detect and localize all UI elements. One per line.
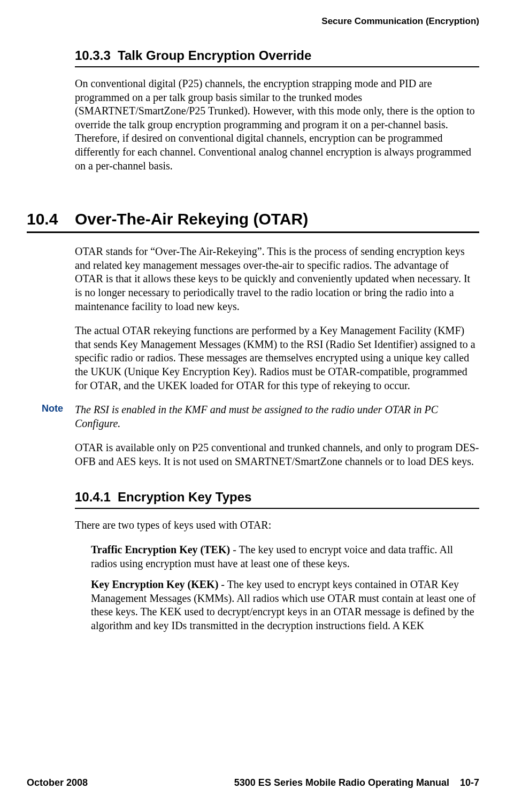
heading-title: Encryption Key Types <box>118 490 251 504</box>
footer-page-number: 10-7 <box>460 777 479 788</box>
paragraph: OTAR is available only on P25 convention… <box>75 441 479 468</box>
footer-right: 5300 ES Series Mobile Radio Operating Ma… <box>234 777 479 788</box>
definition-tek: Traffic Encryption Key (TEK) - The key u… <box>91 543 479 570</box>
heading-10-3-3: 10.3.3 Talk Group Encryption Override <box>75 48 479 63</box>
heading-title: Over-The-Air Rekeying (OTAR) <box>75 210 308 228</box>
page-footer: October 2008 5300 ES Series Mobile Radio… <box>27 777 479 788</box>
paragraph: On conventional digital (P25) channels, … <box>75 77 479 173</box>
footer-date: October 2008 <box>27 777 88 788</box>
footer-manual-title: 5300 ES Series Mobile Radio Operating Ma… <box>234 777 449 788</box>
heading-rule <box>75 66 479 67</box>
heading-10-4: 10.4 Over-The-Air Rekeying (OTAR) <box>27 210 479 228</box>
heading-10-4-1: 10.4.1 Encryption Key Types <box>75 490 479 505</box>
paragraph: OTAR stands for “Over-The Air-Rekeying”.… <box>75 245 479 313</box>
paragraph: The actual OTAR rekeying functions are p… <box>75 324 479 392</box>
section-10-4-body: OTAR stands for “Over-The Air-Rekeying”.… <box>75 245 479 468</box>
section-10-3-3: 10.3.3 Talk Group Encryption Override On… <box>75 48 479 173</box>
section-10-4-1: 10.4.1 Encryption Key Types There are tw… <box>75 490 479 632</box>
paragraph: There are two types of keys used with OT… <box>75 519 479 532</box>
term-label: Traffic Encryption Key (TEK) <box>91 544 230 555</box>
heading-number: 10.4 <box>27 210 75 228</box>
page: Secure Communication (Encryption) 10.3.3… <box>0 0 522 812</box>
definition-kek: Key Encryption Key (KEK) - The key used … <box>91 578 479 632</box>
term-label: Key Encryption Key (KEK) <box>91 578 218 590</box>
heading-rule <box>75 508 479 509</box>
note-text: The RSI is enabled in the KMF and must b… <box>75 403 479 430</box>
note-block: Note The RSI is enabled in the KMF and m… <box>75 403 479 430</box>
heading-number: 10.4.1 <box>75 490 111 504</box>
heading-number: 10.3.3 <box>75 48 111 63</box>
running-header: Secure Communication (Encryption) <box>27 16 479 27</box>
heading-title: Talk Group Encryption Override <box>118 48 311 63</box>
heading-rule <box>27 231 479 233</box>
note-label: Note <box>42 403 75 430</box>
